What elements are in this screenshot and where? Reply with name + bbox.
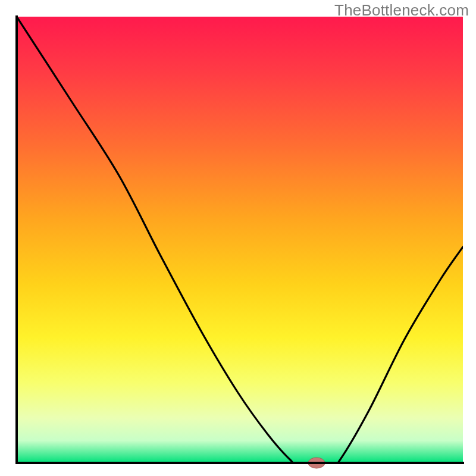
- chart-stage: TheBottleneck.com: [0, 0, 476, 476]
- bottleneck-chart: [0, 0, 476, 476]
